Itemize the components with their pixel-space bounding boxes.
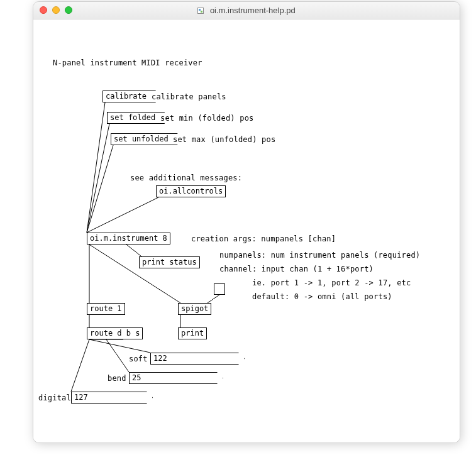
msg-calibrate-text: calibrate	[106, 92, 147, 101]
number-bend-value: 25	[132, 373, 141, 382]
number-digital[interactable]: 127	[71, 392, 153, 404]
minimize-icon[interactable]	[52, 6, 60, 14]
obj-allcontrols-text: oi.allcontrols	[159, 187, 223, 195]
patch-window: oi.m.instrument-help.pd	[33, 1, 460, 443]
svg-line-6	[87, 197, 158, 233]
svg-line-13	[89, 339, 150, 353]
svg-line-8	[89, 244, 180, 303]
obj-route-dbs[interactable]: route d b s	[87, 327, 143, 339]
svg-line-16	[71, 339, 89, 392]
svg-rect-1	[199, 9, 201, 11]
obj-allcontrols[interactable]: oi.allcontrols	[156, 185, 226, 197]
label-soft: soft	[129, 354, 148, 363]
number-soft[interactable]: 122	[150, 353, 245, 365]
close-icon[interactable]	[40, 6, 47, 14]
msg-set-unfolded[interactable]: set unfolded	[111, 133, 178, 145]
obj-print-status[interactable]: print status	[139, 256, 200, 268]
obj-spigot[interactable]: spigot	[178, 303, 211, 315]
label-channel: channel: input chan (1 + 16*port)	[219, 265, 374, 273]
patch-canvas[interactable]: N-panel instrument MIDI receiver calibra…	[33, 19, 460, 442]
pd-file-icon	[197, 6, 204, 13]
svg-line-9	[126, 244, 141, 256]
obj-spigot-text: spigot	[181, 304, 208, 313]
number-bend[interactable]: 25	[129, 372, 223, 384]
obj-route-1[interactable]: route 1	[87, 303, 125, 315]
svg-line-14	[106, 339, 129, 372]
number-digital-value: 127	[74, 393, 88, 402]
obj-print-text: print	[181, 329, 204, 338]
window-title: oi.m.instrument-help.pd	[33, 6, 460, 15]
msg-calibrate[interactable]: calibrate	[102, 91, 156, 102]
obj-print-status-text: print status	[142, 258, 197, 266]
obj-route-dbs-text: route d b s	[90, 329, 140, 338]
obj-route-1-text: route 1	[90, 304, 122, 313]
label-numpanels: numpanels: num instrument panels (requir…	[219, 251, 420, 260]
svg-line-5	[87, 145, 113, 233]
desc-set-unfolded: set max (unfolded) pos	[173, 135, 275, 144]
obj-instrument-text: oi.m.instrument 8	[90, 234, 167, 243]
obj-instrument[interactable]: oi.m.instrument 8	[87, 233, 170, 244]
patch-wires-layer	[33, 19, 460, 443]
zoom-icon[interactable]	[65, 6, 72, 14]
svg-line-12	[208, 295, 219, 303]
desc-calibrate: calibrate panels	[152, 92, 226, 101]
window-title-text: oi.m.instrument-help.pd	[210, 6, 296, 15]
msg-set-folded[interactable]: set folded	[107, 112, 165, 124]
msg-set-folded-text: set folded	[110, 113, 155, 122]
label-digital: digital	[38, 393, 71, 402]
desc-set-folded: set min (folded) pos	[160, 114, 254, 123]
svg-line-4	[87, 124, 109, 233]
label-bend: bend	[108, 374, 126, 383]
svg-rect-2	[201, 11, 202, 13]
label-creation-args: creation args: numpanels [chan]	[191, 234, 336, 243]
label-see-additional: see additional messages:	[130, 173, 242, 182]
number-soft-value: 122	[153, 354, 167, 363]
svg-line-3	[87, 102, 105, 233]
header-comment: N-panel instrument MIDI receiver	[53, 58, 202, 67]
label-default: default: 0 -> omni (all ports)	[252, 292, 392, 301]
msg-set-unfolded-text: set unfolded	[114, 135, 169, 143]
obj-print[interactable]: print	[178, 327, 207, 339]
label-ie: ie. port 1 -> 1, port 2 -> 17, etc	[252, 278, 411, 287]
toggle-spigot[interactable]	[214, 283, 225, 295]
titlebar[interactable]: oi.m.instrument-help.pd	[33, 2, 460, 19]
